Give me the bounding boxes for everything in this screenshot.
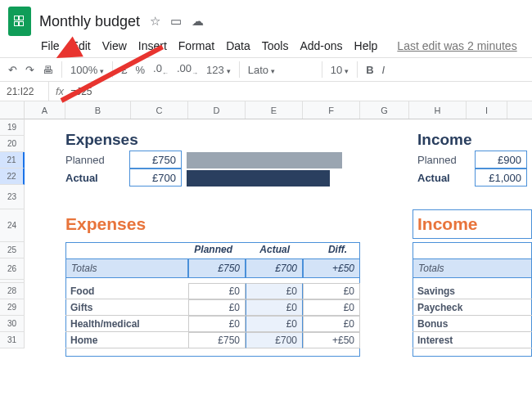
fx-icon: fx	[49, 85, 70, 97]
toolbar: ↶ ↷ 🖶 100% £ % .0← .00→ 123 Lato 10 B I	[0, 57, 532, 82]
col-actual: Actual	[246, 244, 295, 255]
inc-planned-value: £900	[475, 151, 527, 169]
menu-tools[interactable]: Tools	[262, 39, 289, 52]
inc-actual-label: Actual	[417, 172, 450, 184]
menu-insert[interactable]: Insert	[138, 39, 167, 52]
sheets-logo-icon[interactable]	[8, 7, 31, 36]
totals-label: Totals	[65, 258, 188, 278]
col-planned: Planned	[188, 244, 237, 255]
menu-edit[interactable]: Edit	[71, 39, 91, 52]
expenses-table-title: Expenses	[65, 214, 146, 234]
column-headers[interactable]: A B C D E F G H I	[25, 101, 532, 119]
bar-planned	[187, 152, 342, 169]
planned-label: Planned	[65, 154, 105, 166]
print-icon[interactable]: 🖶	[43, 64, 53, 76]
bold-button[interactable]: B	[366, 64, 373, 76]
formula-bar[interactable]: =J25	[70, 86, 92, 97]
italic-button[interactable]: I	[382, 64, 385, 76]
name-box[interactable]: 21:I22	[0, 82, 49, 101]
income-totals-label: Totals	[413, 258, 532, 278]
income-table-title: Income	[417, 214, 478, 234]
expenses-heading: Expenses	[65, 131, 138, 149]
font-dropdown[interactable]: Lato	[248, 64, 313, 76]
cloud-icon[interactable]: ☁	[192, 14, 204, 29]
increase-decimal-button[interactable]: .00→	[177, 62, 198, 77]
currency-button[interactable]: £	[121, 64, 127, 76]
move-icon[interactable]: ▭	[170, 14, 182, 29]
col-diff: Diff.	[303, 244, 352, 255]
exp-planned-value: £750	[129, 151, 182, 169]
spreadsheet-cells[interactable]: Expenses Income Planned £750 Planned £90…	[25, 119, 532, 348]
menu-format[interactable]: Format	[178, 39, 214, 52]
percent-button[interactable]: %	[135, 64, 145, 76]
last-edit-link[interactable]: Last edit was 2 minutes	[397, 39, 516, 52]
menu-file[interactable]: File	[41, 39, 60, 52]
inc-planned-label: Planned	[417, 154, 457, 166]
undo-icon[interactable]: ↶	[8, 64, 17, 76]
inc-actual-value: £1,000	[475, 169, 527, 187]
bar-actual	[187, 170, 330, 187]
zoom-dropdown[interactable]: 100%	[70, 64, 104, 76]
redo-icon[interactable]: ↷	[25, 64, 34, 76]
document-title[interactable]: Monthly budget	[39, 13, 140, 30]
font-size-dropdown[interactable]: 10	[331, 64, 349, 76]
menu-data[interactable]: Data	[226, 39, 250, 52]
menu-addons[interactable]: Add-ons	[300, 39, 342, 52]
actual-label: Actual	[65, 172, 98, 184]
income-heading: Income	[417, 131, 472, 149]
exp-actual-value: £700	[129, 169, 182, 187]
star-icon[interactable]: ☆	[150, 14, 160, 29]
menu-bar: File Edit View Insert Format Data Tools …	[0, 36, 532, 57]
row-headers[interactable]: 19 20 21 22 23 24 25 26 28 29 30 31	[0, 101, 25, 348]
menu-help[interactable]: Help	[354, 39, 378, 52]
menu-view[interactable]: View	[102, 39, 127, 52]
decrease-decimal-button[interactable]: .0←	[153, 62, 169, 77]
number-format-dropdown[interactable]: 123	[206, 64, 231, 76]
